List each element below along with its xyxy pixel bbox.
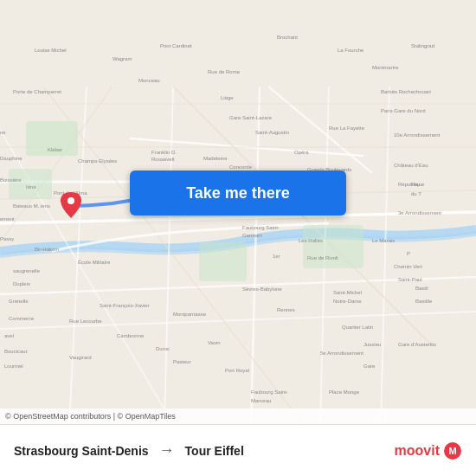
svg-text:Faubourg Saint-: Faubourg Saint- — [242, 225, 280, 230]
svg-text:Saint-Paul: Saint-Paul — [398, 277, 422, 282]
svg-text:Boucicaut: Boucicaut — [4, 349, 28, 354]
svg-text:Saint-Augustin: Saint-Augustin — [255, 130, 289, 135]
svg-text:Kléber: Kléber — [48, 147, 62, 152]
svg-rect-21 — [303, 225, 363, 268]
svg-text:Place Monge: Place Monge — [329, 389, 360, 395]
svg-text:Cambronne: Cambronne — [117, 333, 145, 338]
svg-text:Montparnasse: Montparnasse — [173, 312, 207, 317]
svg-text:Chemin Vert: Chemin Vert — [394, 264, 422, 269]
svg-text:Bateaux M..iens: Bateaux M..iens — [13, 203, 50, 209]
svg-text:Barbès Rochechouart: Barbès Rochechouart — [381, 89, 431, 94]
svg-text:École Militaire: École Militaire — [78, 260, 111, 265]
svg-text:3e Arrondissement: 3e Arrondissement — [398, 210, 441, 215]
svg-text:Porte de Champerret: Porte de Champerret — [13, 89, 61, 94]
svg-text:Lourmel: Lourmel — [4, 363, 23, 369]
svg-text:La Fourche: La Fourche — [338, 48, 364, 53]
svg-text:Sèvres-Babylone: Sèvres-Babylone — [242, 286, 282, 292]
attribution-text: © OpenStreetMap contributors | © OpenMap… — [5, 412, 176, 421]
svg-text:P: P — [407, 251, 410, 256]
svg-text:Port Royal: Port Royal — [225, 368, 249, 373]
svg-text:Champs-Elysées: Champs-Elysées — [78, 158, 117, 164]
svg-text:Gare d'Austerlitz: Gare d'Austerlitz — [398, 342, 436, 347]
svg-text:saugrenelle: saugrenelle — [13, 268, 41, 273]
svg-text:Rue La Fayette: Rue La Fayette — [329, 125, 365, 131]
svg-text:du T: du T — [411, 191, 421, 196]
svg-text:Quartier Latin: Quartier Latin — [342, 325, 373, 330]
svg-text:Germain: Germain — [242, 233, 262, 238]
svg-text:Pasteur: Pasteur — [173, 359, 191, 364]
svg-text:Jussieu: Jussieu — [363, 342, 381, 347]
svg-text:Marceau: Marceau — [251, 398, 271, 403]
svg-text:Grenelle: Grenelle — [9, 299, 29, 304]
svg-text:Montmartre: Montmartre — [372, 65, 399, 70]
svg-text:Madeleine: Madeleine — [203, 156, 228, 161]
take-me-there-button[interactable]: Take me there — [130, 170, 346, 215]
svg-text:Monceau: Monceau — [138, 78, 160, 83]
svg-text:avel: avel — [4, 333, 14, 338]
svg-text:Saint-François-Xavier: Saint-François-Xavier — [100, 303, 150, 308]
svg-text:Rennes: Rennes — [277, 307, 295, 312]
svg-text:Gare Saint-Lazare: Gare Saint-Lazare — [229, 115, 273, 120]
svg-text:Concorde: Concorde — [229, 164, 253, 170]
svg-text:Vaugirard: Vaugirard — [69, 355, 92, 360]
svg-text:Château d'Eau: Château d'Eau — [394, 163, 428, 168]
svg-text:Dupleix: Dupleix — [13, 281, 30, 286]
svg-text:Pont Cardinet: Pont Cardinet — [160, 43, 192, 48]
svg-text:Saint-Michel: Saint-Michel — [333, 290, 362, 295]
svg-text:Opéra: Opéra — [294, 150, 309, 155]
svg-text:Commerce: Commerce — [9, 316, 35, 321]
svg-point-105 — [68, 197, 74, 204]
route-arrow: → — [159, 441, 175, 460]
svg-text:Liège: Liège — [221, 95, 234, 100]
origin-label: Strasbourg Saint-Denis — [14, 444, 149, 458]
svg-text:Dauphine: Dauphine — [0, 156, 23, 161]
svg-text:République: République — [398, 182, 425, 187]
svg-text:Duroc: Duroc — [156, 346, 170, 351]
svg-rect-22 — [199, 242, 247, 281]
svg-text:Rue de Rome: Rue de Rome — [208, 69, 241, 74]
svg-text:Notre-Dame: Notre-Dame — [333, 299, 362, 304]
svg-text:ement: ement — [0, 216, 15, 222]
svg-text:Le Marais: Le Marais — [372, 238, 395, 243]
svg-text:1er: 1er — [273, 254, 280, 259]
svg-text:Paris Gare du Nord: Paris Gare du Nord — [381, 108, 426, 113]
moovit-icon: M — [443, 441, 462, 460]
svg-text:Stalingrad: Stalingrad — [411, 43, 434, 48]
svg-text:Brochant: Brochant — [277, 35, 298, 40]
svg-text:Bastil: Bastil — [415, 286, 428, 291]
svg-text:M: M — [448, 446, 456, 456]
svg-text:Rue de Rivoli: Rue de Rivoli — [307, 255, 338, 261]
svg-text:Franklin D.: Franklin D. — [151, 150, 177, 155]
map-attribution: © OpenStreetMap contributors | © OpenMap… — [0, 408, 476, 424]
route-bottom-bar: Strasbourg Saint-Denis → Tour Eiffel moo… — [0, 424, 476, 476]
svg-text:10e Arrondissement: 10e Arrondissement — [394, 132, 441, 138]
moovit-logo: moovit M — [395, 441, 462, 460]
svg-text:ne: ne — [0, 130, 6, 135]
svg-text:Bir-Hakem: Bir-Hakem — [35, 247, 59, 252]
map-container: Porte de Champerret Louise Michel Pont C… — [0, 0, 476, 424]
svg-text:Faubourg Saint-: Faubourg Saint- — [251, 389, 288, 395]
moovit-brand-text: moovit — [395, 443, 440, 459]
svg-text:Passy: Passy — [0, 236, 14, 241]
svg-text:Roosevelt: Roosevelt — [151, 157, 175, 162]
svg-text:Louise Michel: Louise Michel — [35, 48, 67, 53]
svg-text:Iéna: Iéna — [26, 184, 36, 190]
svg-text:Bastille: Bastille — [415, 299, 433, 304]
svg-text:Wagram: Wagram — [113, 56, 132, 61]
destination-label: Tour Eiffel — [185, 444, 244, 458]
svg-text:Boissière: Boissière — [0, 177, 22, 183]
svg-text:Gare: Gare — [363, 363, 376, 369]
svg-text:Les Halles: Les Halles — [299, 238, 323, 243]
svg-text:5e Arrondissement: 5e Arrondissement — [320, 351, 363, 356]
svg-text:Vavin: Vavin — [208, 340, 221, 345]
svg-text:Rue Lecourbe: Rue Lecourbe — [69, 318, 102, 324]
